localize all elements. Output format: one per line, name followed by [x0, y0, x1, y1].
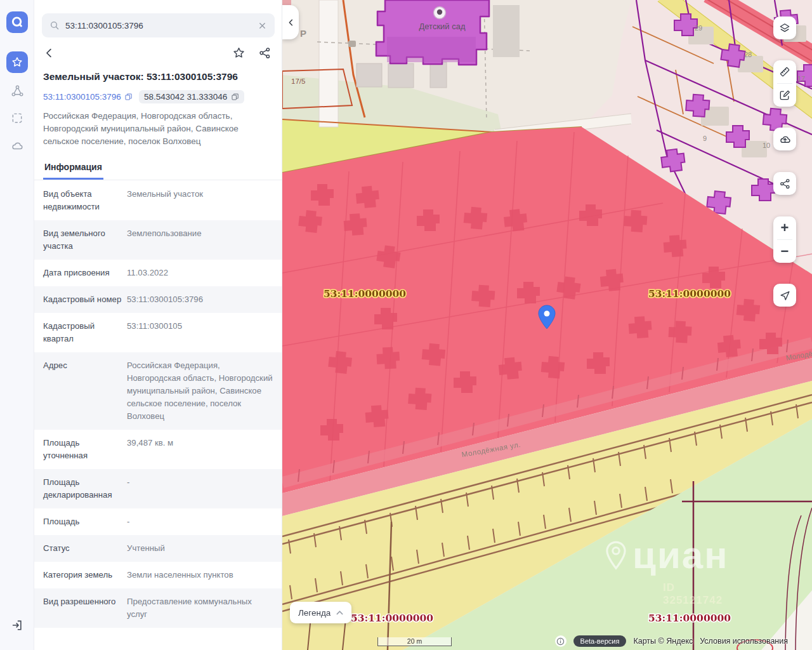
table-row: АдресРоссийская Федерация, Новгородская …	[34, 352, 282, 430]
table-row: Кадастровый номер53:11:0300105:3796	[34, 286, 282, 313]
copy-icon[interactable]	[231, 93, 239, 101]
house-number: 28	[744, 51, 752, 58]
object-info-panel: 53:11:0300105:3796 Земельный участок: 53…	[34, 0, 282, 650]
row-label: Категория земель	[43, 569, 127, 581]
zoom-in-label: +	[781, 221, 789, 235]
row-label: Вид земельного участка	[43, 227, 127, 253]
parking-label: P	[300, 28, 306, 39]
tab-information[interactable]: Информация	[43, 157, 103, 180]
table-row: Площадь декларированная-	[34, 469, 282, 508]
chevron-left-icon	[287, 18, 295, 27]
table-row: Дата присвоения11.03.2022	[34, 260, 282, 286]
object-address: Российская Федерация, Новгородская облас…	[43, 110, 269, 148]
graph-icon	[11, 84, 24, 98]
cloud-upload-icon	[778, 133, 792, 146]
zoom-out-label: −	[781, 244, 789, 258]
search-bar[interactable]: 53:11:0300105:3796	[42, 13, 275, 37]
favorite-button[interactable]	[232, 46, 246, 60]
table-row: Вид разрешенногоПредоставление коммуналь…	[34, 588, 282, 628]
legend-button[interactable]: Легенда	[290, 602, 351, 623]
row-label: Вид разрешенного	[43, 595, 127, 621]
layers-button[interactable]	[773, 17, 796, 39]
table-row: СтатусУчтенный	[34, 535, 282, 562]
coordinates-chip[interactable]: 58.543042 31.333046	[139, 90, 244, 103]
terms-link[interactable]: Условия использования	[700, 637, 788, 646]
sidebar-item-select-area[interactable]	[6, 107, 28, 129]
cadastral-quarter-label: 53:11:0000000	[324, 288, 406, 300]
info-icon	[556, 637, 565, 646]
copy-icon[interactable]	[124, 93, 133, 101]
row-label: Вид объекта недвижимости	[43, 188, 127, 213]
table-row: Вид земельного участкаЗемлепользование	[34, 220, 282, 260]
info-button[interactable]	[555, 635, 566, 647]
clear-search-icon[interactable]	[258, 21, 267, 30]
tab-bar: Информация	[34, 157, 282, 180]
map-share-button[interactable]	[773, 172, 796, 195]
legend-label: Легенда	[298, 608, 331, 618]
cadastral-number-link[interactable]: 53:11:0300105:3796	[43, 92, 121, 102]
beta-badge: Beta-версия	[573, 635, 627, 647]
share-control	[773, 172, 796, 195]
sign-in-button[interactable]	[6, 614, 28, 636]
search-input[interactable]: 53:11:0300105:3796	[65, 21, 252, 30]
collapse-panel-button[interactable]	[282, 5, 299, 39]
measure-edit-control	[773, 60, 796, 107]
map-attribution: Beta-версия Карты © Яндекс Условия испол…	[555, 635, 788, 647]
zoom-in-button[interactable]: +	[773, 216, 796, 239]
chevron-up-icon	[336, 610, 343, 615]
table-row: Категория земельЗемли населенных пунктов	[34, 562, 282, 588]
table-row: Площадь уточненная39,487 кв. м	[34, 430, 282, 469]
object-header-row	[43, 46, 272, 60]
share-icon	[258, 46, 272, 60]
row-value: -	[127, 476, 273, 501]
cloud-icon	[10, 139, 24, 153]
row-value: Предоставление коммунальных услуг	[127, 595, 273, 621]
search-icon	[49, 20, 60, 30]
row-value: 53:11:0300105	[127, 320, 273, 345]
row-value: 11.03.2022	[127, 267, 273, 279]
app-logo[interactable]	[6, 11, 28, 33]
sidebar-item-layers-graph[interactable]	[6, 80, 28, 102]
upload-button[interactable]	[773, 128, 796, 150]
share-button[interactable]	[258, 46, 272, 60]
measure-button[interactable]	[773, 60, 796, 83]
draw-button[interactable]	[773, 84, 796, 107]
row-label: Площадь декларированная	[43, 476, 127, 501]
row-label: Статус	[43, 542, 127, 555]
row-label: Площадь	[43, 515, 127, 528]
locate-button[interactable]	[773, 284, 796, 307]
house-number: 29	[695, 24, 702, 32]
layers-icon	[778, 22, 791, 34]
row-value: Землепользование	[127, 227, 273, 253]
back-button[interactable]	[43, 47, 55, 59]
coordinates-value: 58.543042 31.333046	[144, 92, 227, 102]
sidebar-item-favorites[interactable]	[6, 51, 28, 73]
ruler-icon	[778, 65, 791, 78]
info-table: Вид объекта недвижимостиЗемельный участо…	[34, 181, 282, 628]
star-icon	[11, 56, 23, 69]
row-value: Земли населенных пунктов	[127, 569, 273, 581]
cadastral-quarter-label: 53:11:0000000	[648, 288, 731, 300]
map-canvas[interactable]: P 17/5 Детский сад	[282, 0, 812, 650]
edit-icon	[778, 89, 791, 102]
row-value: 53:11:0300105:3796	[127, 293, 273, 306]
cadastral-quarter-label: 53:11:0000000	[648, 612, 731, 624]
row-label: Адрес	[43, 359, 127, 423]
object-chips: 53:11:0300105:3796 58.543042 31.333046	[43, 90, 272, 103]
layers-control	[773, 17, 796, 39]
cadastral-number-chip[interactable]: 53:11:0300105:3796	[43, 92, 133, 102]
map-copyright-link[interactable]: Карты © Яндекс	[633, 637, 693, 646]
zoom-control: + −	[773, 216, 796, 263]
share-icon	[779, 178, 791, 190]
table-row: Площадь-	[34, 508, 282, 535]
zoom-out-button[interactable]: −	[773, 240, 796, 263]
scale-bar: 20 m	[377, 637, 452, 646]
row-label: Кадастровый номер	[43, 293, 127, 306]
row-value: 39,487 кв. м	[127, 437, 273, 462]
app-logo-icon	[10, 15, 24, 29]
sidebar-item-cloud[interactable]	[6, 135, 28, 157]
row-label: Площадь уточненная	[43, 437, 127, 462]
table-row: Кадастровый квартал53:11:0300105	[34, 313, 282, 352]
row-value: Земельный участок	[127, 188, 273, 213]
upload-control	[773, 128, 796, 150]
